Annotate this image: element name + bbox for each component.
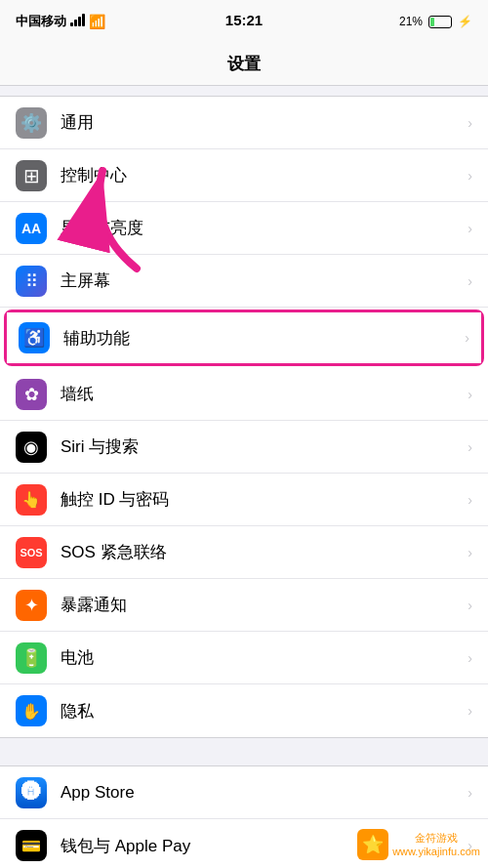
exposure-chevron: › (468, 598, 472, 613)
watermark: ⭐ 金符游戏 www.yikajinfu.com (357, 829, 480, 860)
sos-icon: SOS (16, 537, 47, 568)
watermark-line2: www.yikajinfu.com (392, 845, 480, 858)
siri-chevron: › (468, 439, 472, 455)
general-icon: ⚙️ (16, 107, 47, 139)
homescreen-label: 主屏幕 (61, 269, 468, 292)
page-title: 设置 (227, 53, 261, 75)
general-chevron: › (468, 115, 472, 131)
charging-icon: ⚡ (458, 15, 472, 28)
settings-section-main: ⚙️ 通用 › ⊞ 控制中心 › AA 显示与亮度 › ⠿ 主屏幕 › ♿ 辅助… (0, 96, 488, 738)
settings-row-accessibility-container: ♿ 辅助功能 › (4, 310, 484, 366)
exposure-label: 暴露通知 (61, 594, 468, 616)
wallpaper-label: 墙纸 (61, 383, 468, 405)
watermark-icon: ⭐ (357, 829, 388, 860)
homescreen-icon: ⠿ (16, 266, 47, 297)
settings-row-battery[interactable]: 🔋 电池 › (0, 632, 488, 684)
siri-label: Siri 与搜索 (61, 435, 468, 458)
privacy-label: 隐私 (61, 700, 468, 723)
privacy-chevron: › (468, 703, 472, 719)
display-chevron: › (468, 221, 472, 236)
wallpaper-chevron: › (468, 387, 472, 402)
sos-label: SOS 紧急联络 (61, 541, 468, 563)
settings-row-wallpaper[interactable]: ✿ 墙纸 › (0, 368, 488, 421)
wifi-icon: 📶 (89, 14, 105, 29)
sos-chevron: › (468, 545, 472, 560)
general-label: 通用 (61, 111, 468, 134)
watermark-text: 金符游戏 www.yikajinfu.com (392, 831, 480, 859)
display-label: 显示与亮度 (61, 217, 468, 239)
faceid-label: 触控 ID 与密码 (61, 488, 468, 511)
appstore-chevron: › (468, 785, 472, 801)
status-left: 中国移动 📶 (16, 13, 105, 30)
appstore-icon: 🅐 (16, 777, 47, 808)
status-time: 15:21 (225, 12, 263, 28)
settings-row-exposure[interactable]: ✦ 暴露通知 › (0, 579, 488, 632)
control-center-icon: ⊞ (16, 160, 47, 191)
settings-row-siri[interactable]: ◉ Siri 与搜索 › (0, 421, 488, 474)
battery-chevron: › (468, 650, 472, 666)
wallet-icon: 💳 (16, 830, 47, 861)
homescreen-chevron: › (468, 273, 472, 289)
watermark-line1: 金符游戏 (392, 831, 480, 845)
display-icon: AA (16, 213, 47, 244)
control-center-label: 控制中心 (61, 164, 468, 186)
settings-row-display[interactable]: AA 显示与亮度 › (0, 202, 488, 255)
status-right: 21% ⚡ (399, 15, 472, 28)
battery-percent: 21% (399, 15, 423, 28)
carrier-text: 中国移动 (16, 13, 66, 30)
privacy-icon: ✋ (16, 695, 47, 726)
settings-row-sos[interactable]: SOS SOS 紧急联络 › (0, 526, 488, 579)
accessibility-chevron: › (465, 330, 469, 346)
settings-row-accessibility[interactable]: ♿ 辅助功能 › (7, 312, 481, 363)
settings-row-homescreen[interactable]: ⠿ 主屏幕 › (0, 255, 488, 308)
settings-row-general[interactable]: ⚙️ 通用 › (0, 97, 488, 149)
faceid-chevron: › (468, 492, 472, 508)
settings-row-control-center[interactable]: ⊞ 控制中心 › (0, 149, 488, 202)
status-bar: 中国移动 📶 15:21 21% ⚡ (0, 0, 488, 43)
battery-row-icon: 🔋 (16, 642, 47, 674)
appstore-label: App Store (61, 783, 468, 803)
battery-label: 电池 (61, 646, 468, 669)
accessibility-icon: ♿ (19, 322, 50, 353)
settings-row-appstore[interactable]: 🅐 App Store › (0, 766, 488, 819)
wallpaper-icon: ✿ (16, 379, 47, 410)
signal-icon (70, 14, 85, 29)
settings-row-privacy[interactable]: ✋ 隐私 › (0, 684, 488, 737)
settings-row-faceid[interactable]: 👆 触控 ID 与密码 › (0, 474, 488, 526)
faceid-icon: 👆 (16, 484, 47, 516)
accessibility-label: 辅助功能 (63, 327, 465, 350)
battery-icon (428, 16, 452, 28)
control-center-chevron: › (468, 168, 472, 184)
siri-icon: ◉ (16, 432, 47, 463)
nav-bar: 设置 (0, 43, 488, 86)
exposure-icon: ✦ (16, 590, 47, 621)
